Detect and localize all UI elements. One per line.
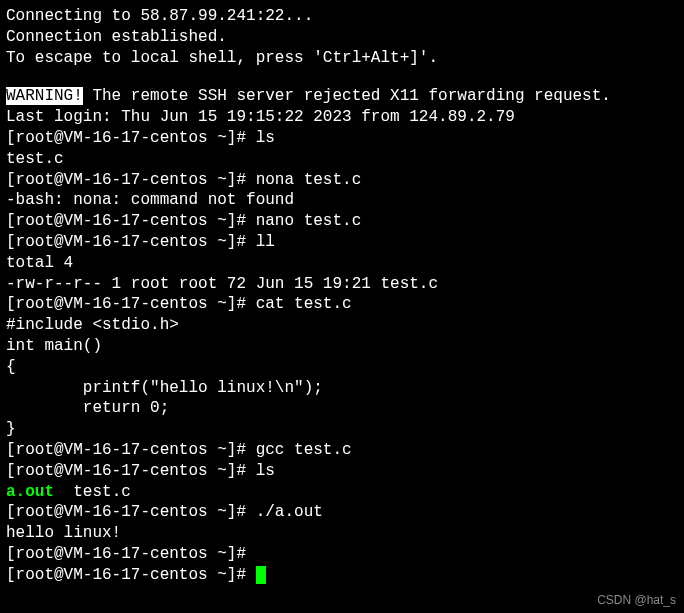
cmd-text: ls [256, 129, 275, 147]
prompt-active[interactable]: [root@VM-16-17-centos ~]# [6, 565, 678, 586]
cmd-text: ./a.out [256, 503, 323, 521]
out-ll-file: -rw-r--r-- 1 root root 72 Jun 15 19:21 t… [6, 274, 678, 295]
cmd-ll: [root@VM-16-17-centos ~]# ll [6, 232, 678, 253]
prompt: [root@VM-16-17-centos ~]# [6, 545, 256, 563]
cmd-ls-1: [root@VM-16-17-centos ~]# ls [6, 128, 678, 149]
cmd-ls-2: [root@VM-16-17-centos ~]# ls [6, 461, 678, 482]
out-run: hello linux! [6, 523, 678, 544]
out-ls-1: test.c [6, 149, 678, 170]
cmd-text: nano test.c [256, 212, 362, 230]
src-include: #include <stdio.h> [6, 315, 678, 336]
prompt: [root@VM-16-17-centos ~]# [6, 503, 256, 521]
last-login: Last login: Thu Jun 15 19:15:22 2023 fro… [6, 107, 678, 128]
cmd-text: nona test.c [256, 171, 362, 189]
prompt: [root@VM-16-17-centos ~]# [6, 212, 256, 230]
out-ll-total: total 4 [6, 253, 678, 274]
blank-line [6, 68, 678, 86]
prompt: [root@VM-16-17-centos ~]# [6, 462, 256, 480]
cmd-nona: [root@VM-16-17-centos ~]# nona test.c [6, 170, 678, 191]
warning-line: WARNING! The remote SSH server rejected … [6, 86, 678, 107]
prompt: [root@VM-16-17-centos ~]# [6, 129, 256, 147]
prompt: [root@VM-16-17-centos ~]# [6, 233, 256, 251]
cmd-nano: [root@VM-16-17-centos ~]# nano test.c [6, 211, 678, 232]
src-main: int main() [6, 336, 678, 357]
executable-file: a.out [6, 483, 54, 501]
cmd-gcc: [root@VM-16-17-centos ~]# gcc test.c [6, 440, 678, 461]
cmd-cat: [root@VM-16-17-centos ~]# cat test.c [6, 294, 678, 315]
warning-badge: WARNING! [6, 87, 83, 105]
prompt: [root@VM-16-17-centos ~]# [6, 441, 256, 459]
prompt: [root@VM-16-17-centos ~]# [6, 171, 256, 189]
cmd-text: ll [256, 233, 275, 251]
src-close-brace: } [6, 419, 678, 440]
connect-line-3: To escape to local shell, press 'Ctrl+Al… [6, 48, 678, 69]
src-printf: printf("hello linux!\n"); [6, 378, 678, 399]
out-ls-2: a.out test.c [6, 482, 678, 503]
prompt: [root@VM-16-17-centos ~]# [6, 295, 256, 313]
prompt-empty-1: [root@VM-16-17-centos ~]# [6, 544, 678, 565]
connect-line-2: Connection established. [6, 27, 678, 48]
cmd-run: [root@VM-16-17-centos ~]# ./a.out [6, 502, 678, 523]
watermark: CSDN @hat_s [597, 593, 676, 609]
connect-line-1: Connecting to 58.87.99.241:22... [6, 6, 678, 27]
out-nona: -bash: nona: command not found [6, 190, 678, 211]
cmd-text: cat test.c [256, 295, 352, 313]
src-return: return 0; [6, 398, 678, 419]
prompt: [root@VM-16-17-centos ~]# [6, 566, 256, 584]
cmd-text: ls [256, 462, 275, 480]
warning-text: The remote SSH server rejected X11 forwa… [83, 87, 611, 105]
out-ls-rest: test.c [54, 483, 131, 501]
cmd-text: gcc test.c [256, 441, 352, 459]
src-open-brace: { [6, 357, 678, 378]
cursor-block [256, 566, 266, 584]
